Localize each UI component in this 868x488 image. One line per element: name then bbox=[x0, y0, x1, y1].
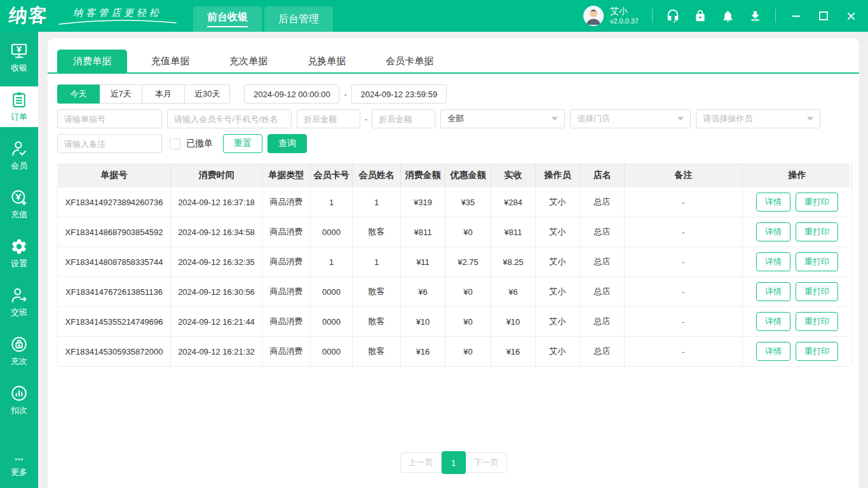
cell-remark: - bbox=[625, 337, 743, 366]
app-logo: 纳客 bbox=[8, 3, 49, 29]
reprint-button[interactable]: 重打印 bbox=[796, 193, 838, 212]
operator-select[interactable]: 请选择操作员 bbox=[696, 109, 820, 128]
cashier-icon bbox=[10, 42, 28, 60]
orders-icon bbox=[10, 91, 28, 109]
tab-front-cashier[interactable]: 前台收银 bbox=[193, 6, 262, 32]
cell-type: 商品消费 bbox=[262, 307, 311, 336]
sidebar-item-shift[interactable]: 交班 bbox=[0, 282, 38, 323]
close-icon[interactable] bbox=[844, 9, 858, 23]
cell-store: 总店 bbox=[580, 247, 625, 276]
tab-recharge-orders[interactable]: 充值单据 bbox=[135, 50, 205, 72]
remark-input[interactable] bbox=[57, 134, 162, 153]
filter-row-actions: 已撤单 重置 查询 bbox=[57, 134, 850, 153]
cell-member: 散客 bbox=[353, 277, 401, 306]
sidebar-item-orders[interactable]: 订单 bbox=[0, 86, 38, 127]
cell-remark: - bbox=[625, 277, 743, 306]
sidebar-item-more[interactable]: 更多 bbox=[0, 450, 38, 483]
date-range-separator: - bbox=[344, 90, 346, 99]
cell-paid: ¥811 bbox=[491, 217, 536, 247]
cell-discount: ¥0 bbox=[445, 337, 491, 366]
sidebar-item-recharge-times[interactable]: 充次 bbox=[0, 331, 38, 372]
quick-date-30days[interactable]: 近30天 bbox=[185, 85, 230, 104]
detail-button[interactable]: 详情 bbox=[756, 193, 790, 212]
download-icon[interactable] bbox=[748, 9, 762, 23]
cell-order-no: XF1834148687903854592 bbox=[58, 217, 171, 247]
detail-button[interactable]: 详情 bbox=[756, 312, 790, 331]
cell-remark: - bbox=[625, 217, 743, 247]
cell-discount: ¥0 bbox=[445, 307, 491, 336]
amount-max-input[interactable] bbox=[372, 109, 435, 128]
app-slogan: 纳客管店更轻松 bbox=[57, 7, 178, 25]
reprint-button[interactable]: 重打印 bbox=[796, 282, 838, 301]
member-search-input[interactable] bbox=[167, 109, 292, 128]
sidebar-item-cashier[interactable]: 收银 bbox=[0, 37, 38, 78]
document-tabs: 消费单据 充值单据 充次单据 兑换单据 会员卡单据 bbox=[48, 50, 859, 74]
cell-actions: 详情 重打印 bbox=[743, 307, 852, 336]
sidebar-item-members[interactable]: 会员 bbox=[0, 135, 38, 176]
lock-icon[interactable] bbox=[693, 9, 707, 23]
cell-card-no: 0000 bbox=[311, 337, 353, 366]
cell-card-no: 0000 bbox=[311, 217, 353, 247]
tab-consume-orders[interactable]: 消费单据 bbox=[57, 50, 127, 72]
tab-recharge-times-orders[interactable]: 充次单据 bbox=[214, 50, 283, 72]
cell-time: 2024-09-12 16:32:35 bbox=[171, 247, 262, 276]
order-type-select[interactable]: 全部 bbox=[440, 109, 565, 128]
tab-backend-admin[interactable]: 后台管理 bbox=[264, 6, 333, 32]
settings-icon bbox=[10, 238, 28, 255]
cancelled-checkbox[interactable] bbox=[170, 139, 180, 149]
avatar[interactable] bbox=[583, 5, 604, 27]
bell-icon[interactable] bbox=[721, 9, 735, 23]
current-page-button[interactable]: 1 bbox=[442, 451, 466, 474]
reprint-button[interactable]: 重打印 bbox=[796, 312, 838, 331]
cell-amount: ¥10 bbox=[401, 307, 445, 336]
reset-button[interactable]: 重置 bbox=[223, 134, 262, 153]
quick-date-today[interactable]: 今天 bbox=[57, 85, 100, 104]
search-button[interactable]: 查询 bbox=[268, 134, 307, 153]
store-select[interactable]: 选择门店 bbox=[570, 109, 691, 128]
service-icon[interactable] bbox=[666, 9, 680, 23]
cell-paid: ¥6 bbox=[491, 277, 536, 306]
sidebar: 收银 订单 会员 充值 bbox=[0, 32, 38, 488]
divider bbox=[652, 9, 653, 23]
app-window: 纳客 纳客管店更轻松 前台收银 后台管理 bbox=[0, 0, 868, 488]
table-row: XF1834147672613851136 2024-09-12 16:30:5… bbox=[57, 277, 850, 307]
tab-exchange-orders[interactable]: 兑换单据 bbox=[292, 50, 362, 72]
chevron-down-icon bbox=[552, 117, 558, 121]
quick-date-month[interactable]: 本月 bbox=[142, 85, 185, 104]
shift-icon bbox=[10, 287, 28, 304]
cell-remark: - bbox=[625, 187, 743, 217]
detail-button[interactable]: 详情 bbox=[756, 342, 790, 361]
cell-operator: 艾小 bbox=[536, 217, 580, 247]
order-no-input[interactable] bbox=[57, 109, 162, 128]
detail-button[interactable]: 详情 bbox=[756, 282, 790, 301]
detail-button[interactable]: 详情 bbox=[756, 222, 790, 241]
cell-operator: 艾小 bbox=[536, 187, 580, 217]
cell-type: 商品消费 bbox=[262, 187, 311, 217]
minimize-icon[interactable] bbox=[789, 9, 803, 23]
date-start-input[interactable] bbox=[244, 85, 339, 104]
divider bbox=[775, 9, 776, 23]
tab-member-card-orders[interactable]: 会员卡单据 bbox=[370, 50, 449, 72]
date-end-input[interactable] bbox=[351, 85, 447, 104]
prev-page-button[interactable]: 上一页 bbox=[401, 453, 442, 472]
next-page-button[interactable]: 下一页 bbox=[466, 453, 506, 472]
cell-paid: ¥16 bbox=[491, 337, 536, 366]
cell-remark: - bbox=[625, 247, 743, 276]
recharge-times-icon bbox=[10, 336, 28, 353]
maximize-icon[interactable] bbox=[817, 9, 831, 23]
cell-member: 散客 bbox=[353, 337, 401, 366]
sidebar-item-recharge[interactable]: 充值 bbox=[0, 184, 38, 225]
filter-panel: 今天 近7天 本月 近30天 - - 全部 bbox=[57, 74, 850, 153]
reprint-button[interactable]: 重打印 bbox=[796, 252, 838, 271]
detail-button[interactable]: 详情 bbox=[756, 252, 790, 271]
amount-min-input[interactable] bbox=[297, 109, 360, 128]
sidebar-item-deduct-times[interactable]: 扣次 bbox=[0, 380, 38, 421]
reprint-button[interactable]: 重打印 bbox=[796, 342, 838, 361]
sidebar-item-settings[interactable]: 设置 bbox=[0, 233, 38, 274]
quick-date-7days[interactable]: 近7天 bbox=[100, 85, 142, 104]
cell-amount: ¥811 bbox=[401, 217, 445, 247]
reprint-button[interactable]: 重打印 bbox=[796, 222, 838, 241]
cell-actions: 详情 重打印 bbox=[743, 337, 852, 366]
cell-member: 散客 bbox=[353, 217, 401, 247]
pagination-group: 上一页 1 下一页 bbox=[400, 452, 507, 473]
